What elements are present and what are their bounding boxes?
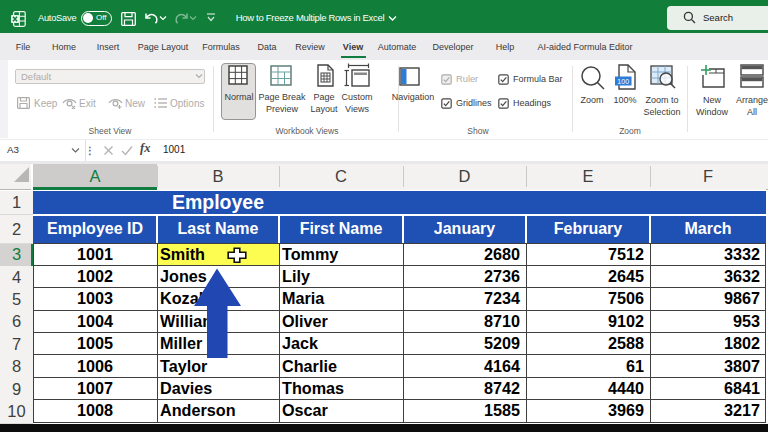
svg-text:100: 100: [617, 78, 629, 85]
